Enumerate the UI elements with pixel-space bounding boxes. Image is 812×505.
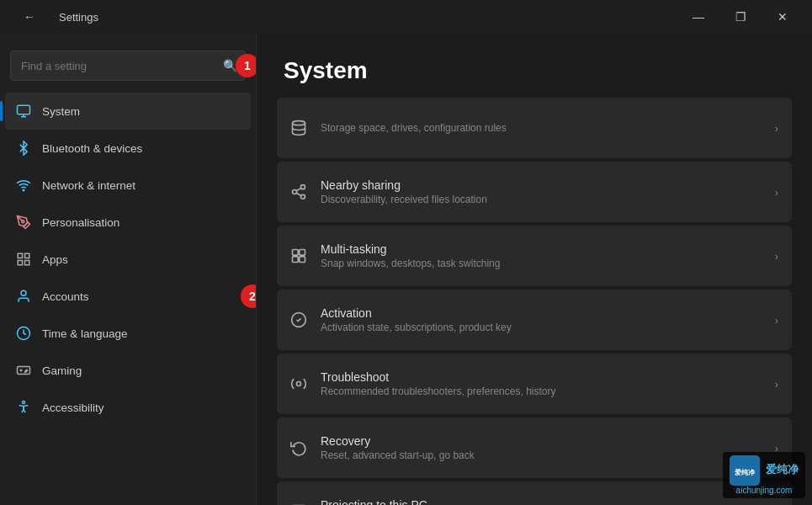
time-icon (15, 325, 32, 342)
annotation-1: 1 (236, 54, 257, 77)
multi-tasking-chevron: › (775, 250, 778, 263)
sidebar-item-accounts[interactable]: Accounts 2 (5, 278, 251, 315)
settings-item-activation[interactable]: Activation Activation state, subscriptio… (277, 290, 792, 350)
svg-text:爱纯净: 爱纯净 (735, 468, 756, 476)
brush-icon (15, 214, 32, 231)
nearby-sharing-icon (290, 183, 307, 200)
svg-point-17 (293, 190, 297, 194)
svg-point-14 (23, 401, 25, 404)
minimize-button[interactable]: — (679, 4, 718, 29)
recovery-desc: Reset, advanced start-up, go back (321, 449, 475, 461)
sidebar-label-personalisation: Personalisation (42, 216, 119, 229)
apps-icon (15, 251, 32, 268)
multi-tasking-title: Multi-tasking (321, 242, 500, 256)
search-container: 🔍 1 (10, 50, 246, 81)
svg-rect-21 (293, 250, 299, 256)
titlebar: ← Settings — ❐ ✕ (0, 0, 812, 34)
storage-icon (290, 120, 307, 136)
multi-tasking-desc: Snap windows, desktops, task switching (321, 258, 500, 269)
settings-list: Storage space, drives, configuration rul… (257, 98, 812, 505)
svg-rect-5 (18, 253, 22, 258)
svg-point-3 (23, 189, 24, 191)
bluetooth-icon (15, 140, 32, 157)
svg-rect-8 (25, 261, 29, 265)
sidebar-item-bluetooth[interactable]: Bluetooth & devices (5, 130, 251, 167)
back-button[interactable]: ← (10, 4, 49, 29)
multi-tasking-icon (290, 247, 307, 264)
titlebar-left: ← Settings (10, 4, 98, 29)
svg-point-9 (21, 290, 26, 295)
sidebar-item-gaming[interactable]: Gaming (5, 352, 251, 389)
annotation-2: 2 (241, 284, 257, 308)
monitor-icon (15, 103, 32, 120)
window-title: Settings (59, 11, 98, 24)
search-input[interactable] (10, 50, 246, 81)
activation-desc: Activation state, subscriptions, product… (321, 322, 512, 333)
sidebar-item-accessibility[interactable]: Accessibility (5, 389, 251, 426)
nearby-sharing-desc: Discoverability, received files location (321, 194, 487, 205)
troubleshoot-icon (290, 375, 307, 392)
recovery-icon (290, 439, 307, 456)
troubleshoot-title: Troubleshoot (321, 370, 555, 384)
window: ← Settings — ❐ ✕ 🔍 1 (0, 0, 812, 505)
settings-item-multi-tasking[interactable]: Multi-tasking Snap windows, desktops, ta… (277, 226, 792, 286)
troubleshoot-chevron: › (775, 378, 778, 391)
sidebar: 🔍 1 System Bluetooth & (0, 34, 257, 505)
page-header: System (257, 34, 812, 98)
projecting-title: Projecting to this PC (321, 498, 500, 505)
troubleshoot-desc: Recommended troubleshooters, preferences… (321, 385, 555, 397)
maximize-button[interactable]: ❐ (721, 4, 760, 29)
content-area: 🔍 1 System Bluetooth & (0, 34, 812, 505)
watermark: 爱纯净 爱纯净 aichunjing.com (723, 452, 805, 498)
svg-line-19 (296, 193, 301, 195)
sidebar-label-accessibility: Accessibility (42, 401, 104, 414)
page-title: System (284, 57, 785, 84)
wifi-icon (15, 177, 32, 194)
sidebar-item-personalisation[interactable]: Personalisation (5, 204, 251, 241)
main-content: System Storage space, drives, configurat… (257, 34, 812, 505)
gaming-icon (15, 362, 32, 379)
activation-chevron: › (775, 314, 778, 327)
activation-title: Activation (321, 306, 512, 320)
watermark-line1: 爱纯净 (766, 463, 799, 476)
svg-rect-22 (300, 250, 305, 256)
svg-rect-24 (300, 257, 305, 263)
sidebar-label-apps: Apps (42, 253, 68, 266)
settings-item-troubleshoot[interactable]: Troubleshoot Recommended troubleshooters… (277, 354, 792, 414)
settings-item-projecting[interactable]: Projecting to this PC Permissions, pairi… (277, 481, 792, 505)
activation-icon (290, 311, 307, 328)
svg-line-20 (296, 188, 301, 190)
svg-point-13 (25, 371, 27, 373)
watermark-logo: 爱纯净 爱纯净 (730, 455, 799, 486)
sidebar-label-system: System (42, 105, 80, 118)
settings-item-recovery[interactable]: Recovery Reset, advanced start-up, go ba… (277, 417, 792, 478)
svg-point-15 (293, 121, 305, 125)
svg-rect-6 (25, 253, 29, 258)
titlebar-controls: — ❐ ✕ (679, 4, 802, 29)
storage-chevron: › (775, 122, 778, 135)
svg-point-4 (22, 221, 24, 223)
recovery-title: Recovery (321, 434, 475, 448)
accounts-icon (15, 288, 32, 305)
settings-item-storage[interactable]: Storage space, drives, configuration rul… (277, 98, 792, 158)
sidebar-item-apps[interactable]: Apps (5, 241, 251, 278)
sidebar-item-system[interactable]: System (5, 93, 251, 130)
sidebar-item-time[interactable]: Time & language (5, 315, 251, 352)
watermark-line2: aichunjing.com (730, 486, 799, 495)
nearby-sharing-title: Nearby sharing (321, 178, 487, 192)
sidebar-label-time: Time & language (42, 327, 128, 340)
sidebar-label-accounts: Accounts (42, 290, 89, 303)
svg-rect-23 (293, 257, 299, 263)
svg-rect-0 (18, 105, 30, 114)
svg-rect-7 (18, 261, 22, 265)
sidebar-label-bluetooth: Bluetooth & devices (42, 142, 142, 155)
svg-point-26 (297, 382, 301, 386)
sidebar-label-gaming: Gaming (42, 364, 82, 377)
settings-item-nearby-sharing[interactable]: Nearby sharing Discoverability, received… (277, 162, 792, 222)
accessibility-icon (15, 399, 32, 416)
nearby-sharing-chevron: › (775, 186, 778, 199)
svg-point-18 (301, 194, 305, 199)
svg-point-16 (301, 185, 305, 189)
close-button[interactable]: ✕ (763, 4, 802, 29)
sidebar-item-network[interactable]: Network & internet (5, 167, 251, 204)
